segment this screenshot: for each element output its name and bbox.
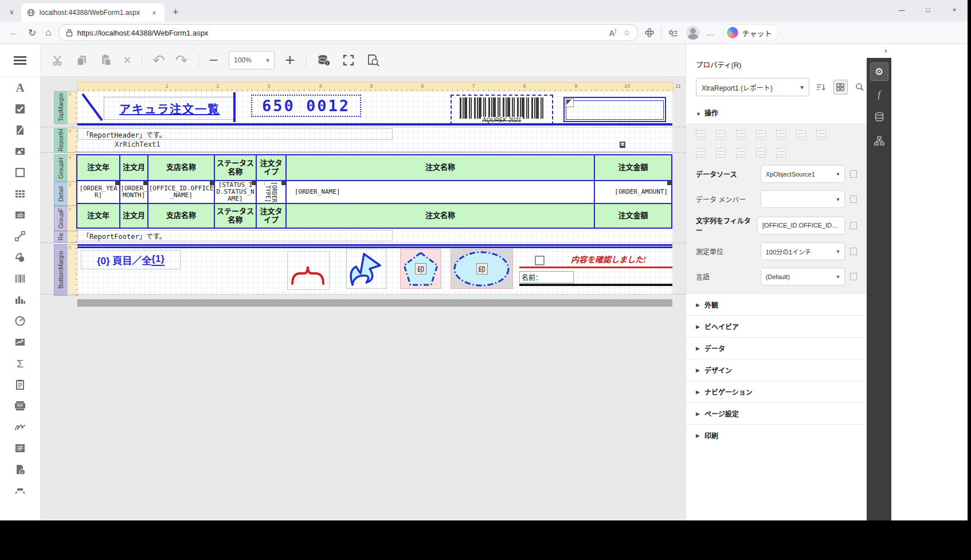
section-page-setup[interactable]: ▶ページ設定	[686, 402, 867, 424]
stamp-ellipse[interactable]: 印	[451, 249, 513, 289]
footer-cell[interactable]: 注文名称	[285, 203, 595, 229]
band-bottom-margin[interactable]: BottomMargin	[54, 244, 68, 296]
section-navigation[interactable]: ▶ナビゲーション	[686, 381, 867, 402]
datamember-select[interactable]: ▾	[761, 190, 845, 208]
align-action-icon[interactable]	[716, 148, 726, 158]
picture-box-control[interactable]	[563, 97, 666, 122]
tab-search-chevron-icon[interactable]: ∨	[9, 8, 14, 16]
header-cell[interactable]: 注文年	[76, 154, 120, 181]
url-field[interactable]: https://localhost:44388/WebForm1.aspx A)…	[58, 24, 638, 41]
property-marker[interactable]	[850, 222, 857, 229]
toolbox-item-toc[interactable]	[0, 437, 40, 459]
category-view-button[interactable]	[833, 80, 848, 95]
footer-cell[interactable]: ステータス名称	[214, 203, 257, 229]
toolbox-item-gauge[interactable]	[0, 310, 40, 331]
footer-cell[interactable]: 注文タイプ	[256, 203, 287, 229]
binding-tag-icon[interactable]	[667, 181, 672, 185]
stamp-pentagon[interactable]: 印	[400, 249, 441, 289]
align-action-icon[interactable]	[696, 148, 706, 158]
more-menu-icon[interactable]: …	[707, 28, 715, 37]
band-group-footer[interactable]: GroupF	[54, 206, 68, 231]
copy-button[interactable]	[75, 53, 89, 67]
detail-cell[interactable]: [ORDER_YEAR]	[76, 180, 120, 204]
datasource-select[interactable]: XpObjectSource1▾	[761, 165, 845, 183]
footer-cell[interactable]: 注文月	[119, 203, 148, 229]
properties-tab-gear-icon[interactable]: ⚙	[870, 62, 888, 81]
maximize-button[interactable]: □	[915, 0, 941, 19]
red-underline[interactable]	[519, 267, 672, 268]
detail-cell[interactable]: [ORDER_AMOUNT]	[594, 180, 672, 204]
new-tab-button[interactable]: +	[173, 6, 179, 17]
code-label[interactable]: 650 0012	[251, 95, 361, 117]
preview-button[interactable]	[366, 53, 381, 67]
toolbox-item-barcode[interactable]	[0, 268, 40, 289]
detail-cell[interactable]: [ORDER_TYPE]	[256, 180, 287, 204]
language-select[interactable]: (Default)▾	[761, 268, 845, 285]
toolbox-item-sparkline[interactable]	[0, 331, 40, 353]
toolbox-item-page-info[interactable]: i	[0, 459, 40, 480]
field-list-tab-icon[interactable]	[874, 112, 884, 122]
menu-button[interactable]	[0, 44, 40, 77]
toolbox-item-picturebox[interactable]	[0, 140, 40, 162]
read-aloud-icon[interactable]: A)	[609, 28, 616, 38]
section-design[interactable]: ▶デザイン	[686, 359, 867, 381]
undo-button[interactable]: ↶	[152, 53, 165, 68]
collapse-panel-icon[interactable]: ›	[884, 45, 887, 55]
align-action-icon[interactable]	[736, 148, 746, 158]
favorites-bar-icon[interactable]	[668, 29, 678, 37]
detail-cell[interactable]: [OFFICE_ID.OFFICE_NAME]	[147, 180, 215, 204]
minimize-button[interactable]: —	[888, 0, 915, 19]
vertical-line-shape[interactable]	[233, 92, 236, 122]
back-icon[interactable]: ←	[9, 27, 19, 38]
footer-cell[interactable]: 注文金額	[594, 203, 672, 229]
align-action-icon[interactable]	[796, 130, 806, 140]
detail-cell[interactable]: [STATUS_ID.STATUS_NAME]	[214, 180, 257, 204]
toolbox-item-table[interactable]	[0, 183, 40, 204]
browser-tab[interactable]: localhost:44388/WebForm1.aspx ×	[21, 3, 165, 22]
section-print[interactable]: ▶印刷	[686, 424, 867, 446]
arrow-shape[interactable]	[346, 249, 386, 289]
toolbox-item-shape[interactable]	[0, 246, 40, 268]
smart-tag-icon[interactable]	[620, 142, 625, 148]
filter-string-field[interactable]: [OFFICE_ID.OFFICE_ID] ...	[757, 217, 845, 234]
toolbox-item-checkbox[interactable]	[0, 98, 40, 119]
header-cell[interactable]: 注文月	[119, 154, 148, 181]
copilot-chat-button[interactable]: チャット	[723, 24, 780, 41]
delete-button[interactable]: ×	[123, 53, 131, 67]
sort-az-button[interactable]	[815, 80, 828, 94]
header-cell[interactable]: 注文名称	[285, 154, 595, 181]
header-cell[interactable]: 注文金額	[594, 154, 672, 181]
zoom-in-button[interactable]: +	[285, 52, 295, 69]
tab-close-icon[interactable]: ×	[150, 9, 159, 17]
toolbox-item-page-break[interactable]	[0, 374, 40, 395]
extensions-icon[interactable]	[645, 28, 654, 37]
measure-unit-select[interactable]: 100分の1インチ▾	[761, 242, 845, 260]
band-top-margin[interactable]: TopMargin	[54, 91, 68, 124]
detail-cell[interactable]: [ORDER_NAME]	[285, 180, 595, 204]
richtext-control[interactable]: XrRichText1	[77, 139, 672, 152]
header-cell[interactable]: 注文タイプ	[256, 154, 287, 181]
double-rule-line[interactable]	[77, 244, 672, 248]
align-action-icon[interactable]	[736, 130, 746, 140]
page-info-label[interactable]: {0} 頁目／全 {1}	[81, 250, 181, 269]
report-header-label[interactable]: 「ReportHeader」です。	[77, 128, 393, 140]
align-action-icon[interactable]	[716, 130, 726, 140]
header-cell[interactable]: 支店名称	[147, 154, 215, 181]
paste-button[interactable]	[99, 53, 113, 67]
align-action-icon[interactable]	[756, 130, 766, 140]
toolbox-item-character-comb[interactable]: ab	[0, 204, 40, 225]
band-group-header[interactable]: GroupH	[54, 154, 68, 182]
section-data[interactable]: ▶データ	[686, 337, 867, 359]
toolbox-item-signature[interactable]	[0, 416, 40, 437]
favorite-star-icon[interactable]: ☆	[623, 28, 631, 37]
separator-line[interactable]	[77, 123, 672, 126]
zoom-out-button[interactable]: −	[209, 52, 218, 68]
property-marker[interactable]	[850, 273, 858, 280]
zoom-select[interactable]: 100%▾	[229, 51, 275, 69]
brace-shape[interactable]	[287, 251, 330, 290]
report-footer-label[interactable]: 「ReportFooter」です。	[77, 230, 393, 241]
toolbox-item-panel[interactable]	[0, 162, 40, 183]
redo-button[interactable]: ↷	[175, 53, 188, 68]
align-action-icon[interactable]	[756, 148, 766, 158]
align-action-icon[interactable]	[696, 130, 706, 140]
